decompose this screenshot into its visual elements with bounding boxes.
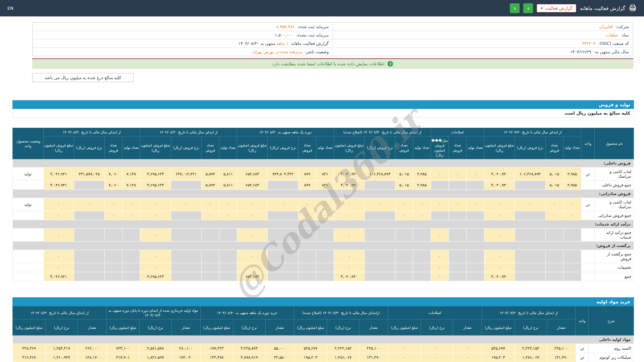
- column-subheader: مقدار: [171, 319, 200, 336]
- name-column-header: نام محصول: [595, 128, 634, 159]
- column-subheader: مبلغ (میلیون ریال): [13, 319, 46, 336]
- value-cell: ۸۷۹: [298, 180, 316, 189]
- period-length: ۱ ماهه: [277, 41, 288, 46]
- value-cell: ۰: [431, 250, 448, 263]
- value-cell: ۰: [122, 211, 140, 220]
- value-cell: ۱۷۷,۴۲۳: [200, 344, 233, 353]
- status-cell: تولید: [13, 198, 44, 211]
- value-cell: [122, 228, 140, 241]
- value-cell: ۱,۴۸۶,۰۶۷: [515, 353, 547, 362]
- value-cell: ۳۱۷,۹۰۱: [106, 353, 139, 362]
- value-cell: [563, 272, 581, 281]
- value-cell: [202, 228, 219, 241]
- section-row: درآمد ارائه خدمات:: [13, 220, 634, 228]
- value-cell: ۶۰۶,۳۶۸,۸۹۳: [365, 167, 395, 180]
- amounts-unit-note: کلیه مبالغ درج شده به میلیون ریال می باش…: [32, 73, 133, 82]
- value-cell: ۰: [431, 272, 448, 281]
- value-cell: ۷,۰۶۰: [105, 167, 122, 180]
- value-cell: [545, 228, 563, 241]
- value-cell: ۰: [395, 211, 413, 220]
- row-label: جمع فروش صادراتی: [595, 211, 634, 220]
- value-cell: ۳,۲۲۵,۸۷۳: [233, 344, 265, 353]
- value-cell: ۰: [334, 263, 364, 272]
- value-cell: [298, 250, 316, 263]
- info-field-fiscal-year: سال مالی منتهی به: ۱۴۰۴/۱۲/۲۹: [333, 48, 633, 56]
- info-field-symbol: نماد: شلعاب: [333, 31, 633, 39]
- materials-section-header: خرید مواد اولیه: [12, 297, 634, 306]
- value-cell: [268, 228, 298, 241]
- value-cell: ۰: [140, 228, 171, 241]
- value-cell: ۵,۰۱۵: [545, 167, 563, 180]
- value-cell: ۵,۸۹۴: [202, 180, 219, 189]
- print-button[interactable]: [629, 4, 637, 13]
- value-cell: [365, 228, 395, 241]
- value-cell: [171, 263, 201, 272]
- report-type-dropdown[interactable]: گزارش فعالیت ▾: [537, 4, 576, 12]
- column-subheader: نرخ (ریال): [421, 319, 453, 336]
- value-cell: [563, 228, 581, 241]
- value-cell: [395, 272, 413, 281]
- value-cell: ۰: [484, 211, 515, 220]
- value-cell: ۰: [563, 198, 581, 211]
- value-cell: [395, 228, 413, 241]
- value-cell: [365, 250, 395, 263]
- value-cell: ۳,۰۴۰,۹۴۰: [484, 167, 515, 180]
- table-row: جمع فروش داخلی۴,۹۸۵۵,۰۱۵۳,۰۴۰,۹۴۰۴,۹۸۵۵,…: [13, 180, 634, 189]
- column-subheader: نرخ فروش (ریال): [74, 136, 104, 159]
- main-content: @Codal360.ir تولید و فروش کلیه مبالغ به …: [12, 100, 634, 362]
- unit-cell: [581, 211, 594, 220]
- value-cell: ۳,۰۴۶,۹۴۱: [43, 180, 74, 189]
- info-field-issuer-status: وضعیت ناشر: پذیرفته شده در بورس تهران: [33, 48, 333, 56]
- top-bar: گزارش فعالیت ماهانه گزارش فعالیت ▾ › ‹ E…: [0, 0, 644, 16]
- value-cell: ۰: [453, 344, 482, 353]
- value-cell: [515, 228, 545, 241]
- table-row: تخفیفات۰۰۰۰۰۰: [13, 263, 634, 272]
- value-cell: ۲,۴۲۴,۱۵۴: [327, 344, 359, 353]
- value-cell: [171, 228, 201, 241]
- next-report-button[interactable]: ›: [523, 3, 533, 13]
- value-cell: [74, 228, 104, 241]
- symbol-label: نماد:: [621, 33, 629, 38]
- language-toggle[interactable]: EN: [7, 6, 13, 11]
- value-cell: [395, 263, 413, 272]
- value-cell: ۳,۰۴۶,۹۴۱: [43, 167, 74, 180]
- info-field-isic: کد صنعت (ISIC): ۴۴۲۲۰۴: [333, 39, 633, 48]
- value-cell: ۱,۴۸۶,۰۶۷: [327, 353, 359, 362]
- column-subheader: تعداد تولید: [316, 136, 334, 159]
- value-cell: [171, 211, 201, 220]
- value-cell: [466, 180, 484, 189]
- value-cell: [202, 272, 219, 281]
- value-cell: ۵,۰۱۵: [545, 180, 563, 189]
- section-label: درآمد ارائه خدمات:: [13, 220, 634, 228]
- value-cell: ۰: [466, 167, 484, 180]
- row-label: لعاب کاشی و سرامیک: [595, 198, 634, 211]
- value-cell: [316, 263, 334, 272]
- company-value: لعابیران: [599, 24, 613, 29]
- value-cell: ۱,۴۶۰,۹۳۷: [46, 353, 78, 362]
- value-cell: ۵,۰۱۵: [395, 180, 413, 189]
- value-cell: ۰: [219, 198, 237, 211]
- column-group-header: از ابتدای سال مالی تا تاریخ ۱۴۰۴/۰۷/۳۰: [484, 128, 581, 136]
- table-row: جمع درآمد ارائه خدمات۰۰۰۰۰۰: [13, 228, 634, 241]
- value-cell: [122, 263, 140, 272]
- period-suffix: منتهی به ۱۴۰۴/۰۸/۳۰: [238, 41, 276, 46]
- value-cell: ۰: [484, 263, 515, 272]
- value-cell: [219, 228, 237, 241]
- caret-down-icon: ▾: [541, 6, 543, 11]
- production-sales-section: تولید و فروش کلیه مبالغ به میلیون ریال ا…: [12, 100, 634, 281]
- value-cell: [448, 250, 466, 263]
- value-cell: [219, 250, 237, 263]
- value-cell: ۰: [515, 198, 545, 211]
- value-cell: ۵,۸۱۱: [219, 180, 237, 189]
- column-group-header: دوره یک ماهه منتهی به ۱۴۰۴/۰۸/۳۰: [237, 128, 334, 136]
- value-cell: ۷,۱۴۸: [122, 180, 140, 189]
- value-cell: ۳,۰۴۰,۹۴۰: [484, 180, 515, 189]
- report-type-label: گزارش فعالیت: [545, 6, 572, 11]
- column-subheader: نرخ فروش (ریال): [515, 136, 545, 159]
- value-cell: [448, 228, 466, 241]
- value-cell: ۰: [334, 228, 364, 241]
- unit-column-header: واحد: [581, 128, 594, 159]
- value-cell: ۴,۹۸۵: [563, 167, 581, 180]
- value-cell: ۰: [43, 198, 74, 211]
- prev-report-button[interactable]: ‹: [510, 3, 520, 13]
